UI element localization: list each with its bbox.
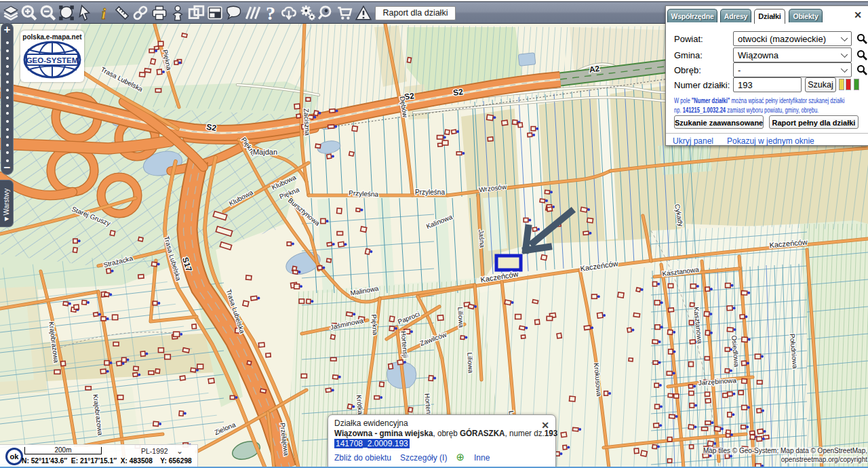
svg-text:i: i	[102, 5, 106, 22]
svg-text:Liliowa: Liliowa	[466, 352, 475, 374]
svg-text:S2: S2	[205, 122, 217, 133]
svg-text:?: ?	[266, 4, 275, 22]
svg-text:Zaciszna: Zaciszna	[302, 109, 311, 136]
svg-text:Jaśna: Jaśna	[477, 229, 486, 248]
svg-text:GEO-SYSTEM: GEO-SYSTEM	[26, 56, 79, 64]
svg-text:Majdan: Majdan	[253, 148, 277, 156]
svg-text:Przyleśna: Przyleśna	[415, 189, 445, 196]
svg-text:Przyleśna: Przyleśna	[349, 189, 379, 198]
svg-text:A2: A2	[589, 64, 600, 75]
svg-text:S2: S2	[452, 87, 464, 98]
svg-text:Liliowa: Liliowa	[456, 307, 465, 328]
